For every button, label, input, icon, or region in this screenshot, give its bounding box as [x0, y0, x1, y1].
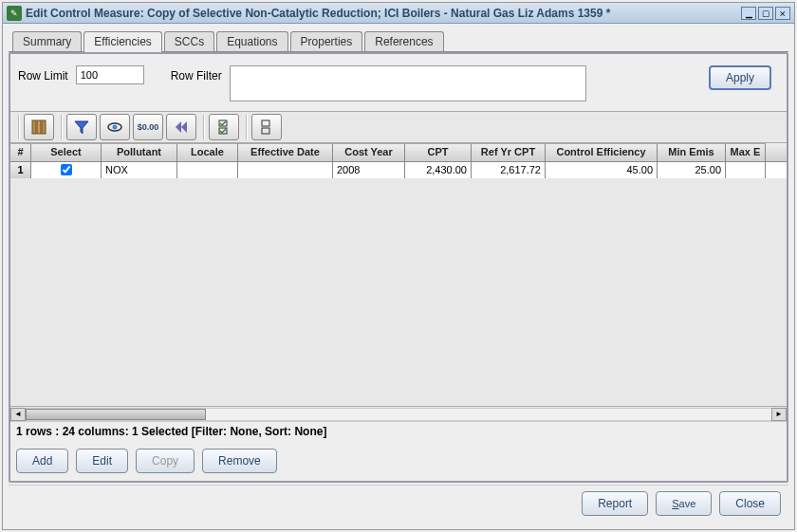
- window: ✎ Edit Control Measure: Copy of Selectiv…: [2, 2, 795, 530]
- content: Summary Efficiencies SCCs Equations Prop…: [3, 24, 794, 529]
- cell-cost-year[interactable]: 2008: [333, 162, 405, 178]
- filter-icon[interactable]: [66, 114, 97, 140]
- col-cost-year[interactable]: Cost Year: [333, 143, 405, 161]
- col-cpt[interactable]: CPT: [405, 143, 472, 161]
- tab-panel-efficiencies: Row Limit Row Filter Apply $0.00: [9, 52, 788, 483]
- crud-row: Add Edit Copy Remove: [10, 441, 787, 481]
- col-ref-yr-cpt[interactable]: Ref Yr CPT: [472, 143, 546, 161]
- cell-control-efficiency[interactable]: 45.00: [546, 162, 658, 178]
- svg-rect-1: [37, 120, 41, 134]
- col-effective-date[interactable]: Effective Date: [238, 143, 333, 161]
- cell-select[interactable]: [31, 162, 102, 178]
- svg-rect-2: [42, 120, 46, 134]
- select-all-icon[interactable]: [209, 114, 239, 140]
- cell-max-emis[interactable]: [726, 162, 766, 178]
- cell-cpt[interactable]: 2,430.00: [405, 162, 472, 178]
- cell-rownum[interactable]: 1: [10, 162, 31, 178]
- grid-body[interactable]: 1 NOX 2008 2,430.00 2,617.72 45.00 25.00: [10, 162, 787, 406]
- copy-button[interactable]: Copy: [136, 449, 195, 473]
- save-label: ave: [679, 498, 696, 509]
- tab-references[interactable]: References: [364, 31, 443, 52]
- row-limit-input[interactable]: [76, 65, 144, 84]
- cell-min-emis[interactable]: 25.00: [658, 162, 726, 178]
- add-button[interactable]: Add: [16, 449, 68, 473]
- svg-rect-0: [32, 120, 36, 134]
- col-pollutant[interactable]: Pollutant: [102, 143, 177, 161]
- format-cost-icon[interactable]: $0.00: [133, 114, 163, 140]
- data-grid: # Select Pollutant Locale Effective Date…: [10, 143, 787, 421]
- scroll-track[interactable]: [26, 408, 771, 421]
- col-control-efficiency[interactable]: Control Efficiency: [546, 143, 658, 161]
- scroll-thumb[interactable]: [26, 409, 206, 420]
- minimize-icon[interactable]: ▁: [741, 7, 756, 20]
- scroll-left-icon[interactable]: ◄: [10, 408, 26, 421]
- tab-bar: Summary Efficiencies SCCs Equations Prop…: [9, 29, 788, 52]
- clear-all-icon[interactable]: [251, 114, 282, 140]
- row-filter-input[interactable]: [230, 65, 586, 101]
- tab-equations[interactable]: Equations: [216, 31, 287, 52]
- col-min-emis[interactable]: Min Emis: [658, 143, 726, 161]
- row-select-checkbox[interactable]: [61, 164, 72, 175]
- edit-button[interactable]: Edit: [76, 449, 128, 473]
- report-button[interactable]: Report: [582, 491, 648, 516]
- row-filter-label: Row Filter: [171, 65, 222, 83]
- close-button[interactable]: Close: [719, 491, 781, 516]
- maximize-icon[interactable]: ▢: [758, 7, 773, 20]
- scroll-right-icon[interactable]: ►: [771, 408, 787, 421]
- filter-row: Row Limit Row Filter Apply: [10, 54, 787, 111]
- app-icon: ✎: [7, 6, 22, 21]
- tab-sccs[interactable]: SCCs: [164, 31, 214, 52]
- svg-rect-7: [262, 120, 269, 126]
- svg-rect-8: [262, 128, 269, 134]
- row-limit-label: Row Limit: [18, 65, 68, 83]
- table-row[interactable]: 1 NOX 2008 2,430.00 2,617.72 45.00 25.00: [10, 162, 787, 178]
- titlebar[interactable]: ✎ Edit Control Measure: Copy of Selectiv…: [3, 3, 794, 24]
- col-select[interactable]: Select: [31, 143, 102, 161]
- cell-ref-yr-cpt[interactable]: 2,617.72: [472, 162, 546, 178]
- save-button[interactable]: Save: [656, 491, 712, 516]
- col-rownum[interactable]: #: [10, 143, 31, 161]
- columns-icon[interactable]: [24, 114, 54, 140]
- grid-header[interactable]: # Select Pollutant Locale Effective Date…: [10, 143, 787, 162]
- col-max-emis[interactable]: Max E: [726, 143, 766, 161]
- close-icon[interactable]: ⨯: [775, 7, 790, 20]
- first-icon[interactable]: [166, 114, 196, 140]
- cell-pollutant[interactable]: NOX: [102, 162, 177, 178]
- tab-summary[interactable]: Summary: [12, 31, 82, 52]
- footer: Report Save Close: [9, 485, 788, 523]
- svg-point-4: [113, 125, 118, 130]
- horizontal-scrollbar[interactable]: ◄ ►: [10, 406, 787, 421]
- view-icon[interactable]: [100, 114, 130, 140]
- cell-locale[interactable]: [177, 162, 238, 178]
- window-title: Edit Control Measure: Copy of Selective …: [26, 7, 739, 20]
- remove-button[interactable]: Remove: [202, 449, 277, 473]
- status-bar: 1 rows : 24 columns: 1 Selected [Filter:…: [10, 421, 787, 441]
- grid-toolbar: $0.00: [10, 111, 787, 143]
- tab-efficiencies[interactable]: Efficiencies: [83, 31, 161, 52]
- col-locale[interactable]: Locale: [177, 143, 238, 161]
- tab-properties[interactable]: Properties: [290, 31, 363, 52]
- cell-effective-date[interactable]: [238, 162, 333, 178]
- apply-button[interactable]: Apply: [709, 65, 771, 90]
